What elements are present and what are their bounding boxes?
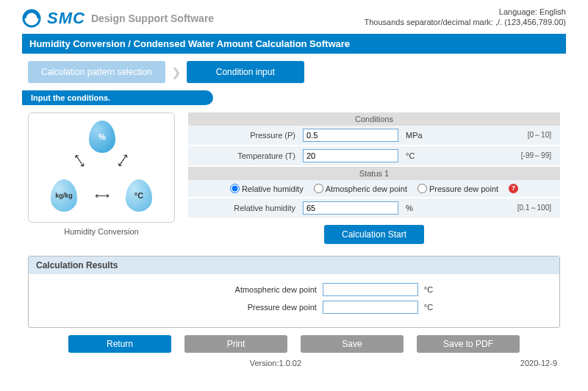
version-label: Version:1.0.02 bbox=[250, 359, 301, 367]
drop-kgkg-icon: kg/kg bbox=[51, 179, 77, 212]
temperature-input[interactable] bbox=[303, 149, 398, 162]
logo-subtitle: Design Support Software bbox=[91, 12, 214, 24]
pressure-range: [0～10] bbox=[528, 130, 556, 140]
temperature-range: [-99～99] bbox=[521, 151, 556, 161]
result-atmospheric-input[interactable] bbox=[323, 283, 418, 296]
arrow-icon: ⟷ bbox=[114, 151, 132, 170]
calculation-start-button[interactable]: Calculation Start bbox=[324, 225, 424, 244]
temperature-label: Temperature (T) bbox=[193, 151, 303, 160]
arrow-icon: ⟷ bbox=[71, 151, 90, 170]
return-button[interactable]: Return bbox=[68, 335, 171, 353]
status-header: Status 1 bbox=[188, 167, 560, 180]
result-atmospheric-unit: °C bbox=[424, 285, 433, 294]
chevron-right-icon: ❯ bbox=[171, 65, 181, 79]
page-title: Humidity Conversion / Condensed Water Am… bbox=[22, 34, 566, 54]
logo-area: SMC Design Support Software bbox=[22, 9, 214, 28]
rel-humidity-input[interactable] bbox=[303, 201, 398, 215]
section-label: Input the conditions. bbox=[22, 90, 213, 105]
step-pattern-selection[interactable]: Calculation pattern selection bbox=[28, 61, 165, 83]
help-icon[interactable]: ? bbox=[509, 184, 518, 193]
print-button[interactable]: Print bbox=[184, 335, 287, 353]
logo-brand: SMC bbox=[47, 9, 85, 28]
save-button[interactable]: Save bbox=[301, 335, 404, 353]
result-pressure-dew-label: Pressure dew point bbox=[155, 303, 317, 312]
temperature-unit: °C bbox=[398, 151, 435, 160]
drop-percent-icon: % bbox=[89, 121, 115, 153]
arrow-icon: ⟷ bbox=[95, 190, 110, 201]
radio-atmospheric-dew[interactable]: Atmospheric dew point bbox=[314, 184, 407, 193]
pressure-input[interactable] bbox=[303, 129, 398, 142]
step-condition-input[interactable]: Condition input bbox=[187, 61, 304, 83]
conditions-header: Conditions bbox=[188, 112, 560, 126]
rel-humidity-label: Relative humidity bbox=[193, 204, 303, 212]
drop-celsius-icon: °C bbox=[126, 179, 152, 212]
pressure-unit: MPa bbox=[398, 131, 435, 140]
radio-pressure-dew[interactable]: Pressure dew point bbox=[417, 184, 498, 193]
save-pdf-button[interactable]: Save to PDF bbox=[417, 335, 520, 353]
diagram: % kg/kg °C ⟷ ⟷ ⟷ bbox=[28, 112, 175, 223]
rel-humidity-unit: % bbox=[398, 204, 435, 212]
diagram-caption: Humidity Conversion bbox=[28, 227, 175, 236]
result-pressure-dew-input[interactable] bbox=[323, 301, 418, 314]
results-header: Calculation Results bbox=[29, 257, 559, 274]
result-pressure-dew-unit: °C bbox=[424, 303, 433, 312]
version-date: 2020-12-9 bbox=[520, 359, 557, 367]
language-label: Language: English bbox=[364, 7, 566, 16]
rel-humidity-range: [0.1～100] bbox=[517, 203, 556, 213]
pressure-label: Pressure (P) bbox=[193, 131, 303, 140]
radio-relative-humidity[interactable]: Relative humidity bbox=[230, 184, 304, 193]
separator-note: Thousands separator/decimal mark: ,/. (1… bbox=[364, 18, 566, 26]
logo-icon bbox=[22, 9, 41, 28]
result-atmospheric-label: Atmospheric dew point bbox=[155, 285, 317, 294]
